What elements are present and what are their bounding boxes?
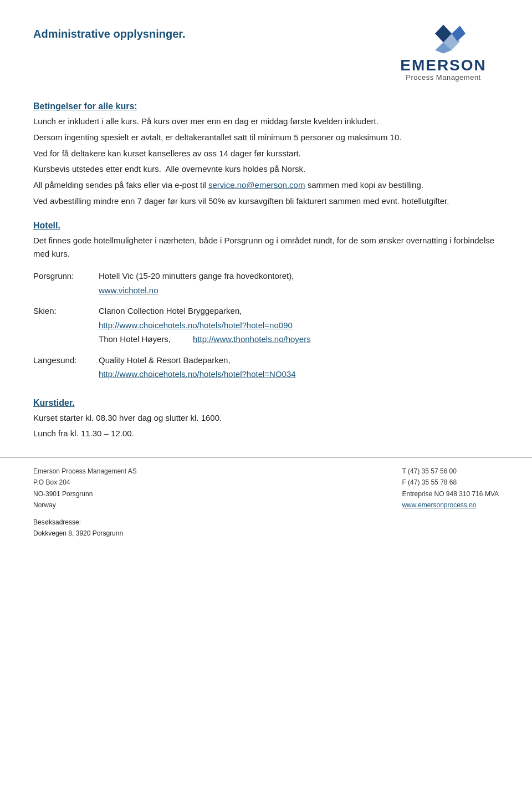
hotell-vic-name: Hotell Vic (15-20 minutters gange fra ho…	[99, 271, 294, 281]
kurstider-p2: Lunch fra kl. 11.30 – 12.00.	[33, 427, 499, 441]
footer-left: Emerson Process Management AS P.O Box 20…	[33, 466, 137, 511]
vichotel-link[interactable]: www.vichotel.no	[99, 286, 158, 295]
betingelser-heading: Betingelser for alle kurs:	[33, 101, 499, 111]
footer: Emerson Process Management AS P.O Box 20…	[0, 457, 532, 511]
page-title: Administrative opplysninger.	[33, 22, 186, 40]
thon-name: Thon Hotel Høyers,	[99, 332, 171, 346]
betingelser-p2: Dersom ingenting spesielt er avtalt, er …	[33, 131, 499, 145]
footer-fax: F (47) 35 55 78 68	[402, 477, 499, 488]
table-row: Langesund: Quality Hotel & Resort Badepa…	[33, 351, 499, 386]
footer-country: Norway	[33, 499, 137, 511]
kurstider-p1: Kurset starter kl. 08.30 hver dag og slu…	[33, 411, 499, 425]
hotell-section: Hotell. Det finnes gode hotellmuligheter…	[33, 221, 499, 386]
thon-row: Thon Hotel Høyers, http://www.thonhotels…	[99, 332, 494, 346]
kurstider-heading: Kurstider.	[33, 398, 499, 408]
emerson-logo-icon	[421, 22, 466, 55]
email-link[interactable]: service.no@emerson.com	[208, 180, 305, 190]
langesund-content: Quality Hotel & Resort Badeparken, http:…	[94, 351, 499, 386]
footer-right: T (47) 35 57 56 00 F (47) 35 55 78 68 En…	[402, 466, 499, 511]
quality-hotel-link[interactable]: http://www.choicehotels.no/hotels/hotel?…	[99, 369, 296, 379]
thon-link[interactable]: http://www.thonhotels.no/hoyers	[193, 332, 311, 346]
footer-web: www.emersonprocess.no	[402, 499, 499, 511]
betingelser-p4: Kursbevis utstedes etter endt kurs. Alle…	[33, 162, 499, 176]
betingelser-section: Betingelser for alle kurs: Lunch er inkl…	[33, 101, 499, 208]
porsgrunn-label: Porsgrunn:	[33, 267, 94, 302]
hotell-intro: Det finnes gode hotellmuligheter i nærhe…	[33, 234, 499, 262]
betingelser-p1: Lunch er inkludert i alle kurs. På kurs …	[33, 115, 499, 129]
address-value: Dokkvegen 8, 3920 Porsgrunn	[33, 528, 499, 539]
main-content: Betingelser for alle kurs: Lunch er inkl…	[33, 101, 499, 441]
table-row: Porsgrunn: Hotell Vic (15-20 minutters g…	[33, 267, 499, 302]
clarion-link[interactable]: http://www.choicehotels.no/hotels/hotel?…	[99, 320, 293, 330]
logo: EMERSON Process Management	[388, 22, 499, 81]
hotel-table: Porsgrunn: Hotell Vic (15-20 minutters g…	[33, 267, 499, 386]
footer-box: P.O Box 204	[33, 477, 137, 488]
footer-company: Emerson Process Management AS	[33, 466, 137, 477]
quality-hotel-name: Quality Hotel & Resort Badeparken,	[99, 355, 231, 365]
footer-web-link[interactable]: www.emersonprocess.no	[402, 501, 476, 509]
footer-address-block: Besøksadresse: Dokkvegen 8, 3920 Porsgru…	[0, 511, 532, 556]
kurstider-section: Kurstider. Kurset starter kl. 08.30 hver…	[33, 398, 499, 441]
footer-org: Entreprise NO 948 310 716 MVA	[402, 488, 499, 499]
address-label: Besøksadresse:	[33, 517, 499, 528]
footer-phone: T (47) 35 57 56 00	[402, 466, 499, 477]
table-row: Skien: Clarion Collection Hotel Bryggepa…	[33, 302, 499, 351]
clarion-name: Clarion Collection Hotel Bryggeparken,	[99, 306, 242, 315]
betingelser-p6: Ved avbestilling mindre enn 7 dager før …	[33, 195, 499, 208]
footer-city: NO-3901 Porsgrunn	[33, 488, 137, 499]
skien-content: Clarion Collection Hotel Bryggeparken, h…	[94, 302, 499, 351]
porsgrunn-content: Hotell Vic (15-20 minutters gange fra ho…	[94, 267, 499, 302]
betingelser-p5: All påmelding sendes på faks eller via e…	[33, 179, 499, 192]
hotell-heading: Hotell.	[33, 221, 499, 231]
header: Administrative opplysninger. EMERSON Pro…	[33, 22, 499, 81]
betingelser-p3: Ved for få deltakere kan kurset kanselle…	[33, 147, 499, 161]
langesund-label: Langesund:	[33, 351, 94, 386]
skien-label: Skien:	[33, 302, 94, 351]
